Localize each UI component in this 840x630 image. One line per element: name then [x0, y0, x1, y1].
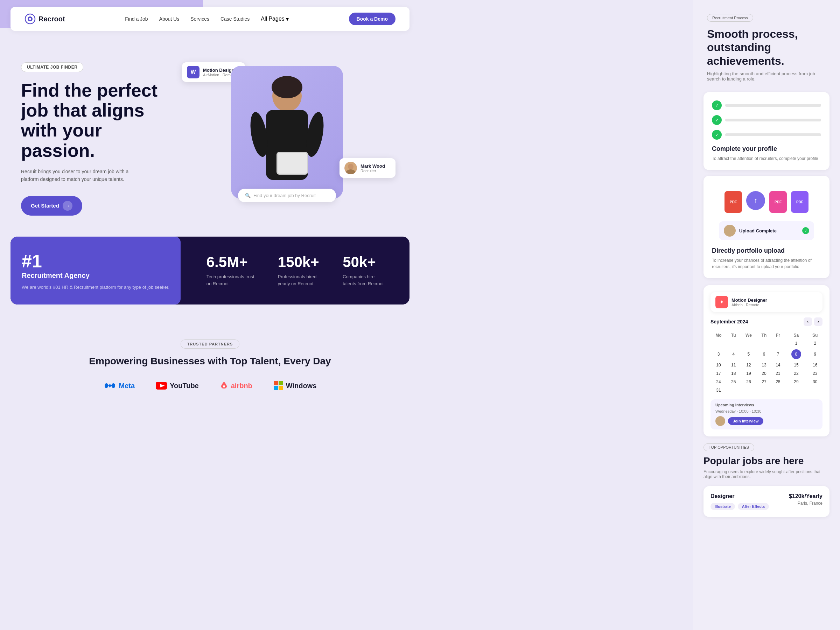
hero-section: ULTIMATE JOB FINDER Find the perfect job… — [0, 38, 420, 237]
recruiter-role: Recruiter — [360, 169, 385, 173]
svg-rect-9 — [278, 153, 307, 174]
arrow-icon: → — [63, 201, 73, 211]
partner-windows: Windows — [273, 381, 317, 391]
svg-point-11 — [348, 164, 354, 169]
nav-case-studies[interactable]: Case Studies — [221, 16, 249, 22]
hero-subtitle: Recruit brings you closer to your dream … — [21, 167, 140, 183]
hero-title: Find the perfect job that aligns with yo… — [21, 81, 175, 161]
stat-item-1: 150k+ Professionals hiredyearly on Recro… — [278, 254, 319, 287]
search-bar[interactable]: 🔍 Find your dream job by Recruit — [238, 189, 336, 202]
stat-label-0: Tech professionals truston Recroot — [207, 273, 254, 287]
partners-section: TRUSTED PARTNERS Empowering Businesses w… — [0, 319, 420, 404]
stats-items: 6.5M+ Tech professionals truston Recroot… — [181, 237, 409, 305]
get-started-button[interactable]: Get Started → — [21, 196, 82, 216]
svg-point-15 — [223, 385, 225, 387]
partner-meta: Meta — [104, 382, 135, 390]
brand-name: Recroot — [38, 15, 65, 23]
nav-all-pages[interactable]: All Pages ▾ — [261, 16, 289, 22]
recruiter-name: Mark Wood — [360, 163, 385, 169]
recruiter-avatar — [344, 162, 357, 174]
partners-title: Empowering Businesses with Top Talent, E… — [14, 355, 406, 367]
partners-badge: TRUSTED PARTNERS — [181, 339, 240, 349]
navbar: Recroot Find a Job About Us Services Cas… — [11, 7, 409, 31]
stat-label-1: Professionals hiredyearly on Recroot — [278, 273, 319, 287]
stat-number-2: 50k+ — [343, 254, 384, 270]
hero-badge: ULTIMATE JOB FINDER — [21, 62, 83, 72]
stats-highlight: #1 Recruitment Agency We are world's #01… — [11, 237, 181, 305]
nav-links: Find a Job About Us Services Case Studie… — [125, 16, 289, 22]
nav-services[interactable]: Services — [190, 16, 209, 22]
book-demo-button[interactable]: Book a Demo — [349, 13, 395, 25]
svg-point-4 — [272, 76, 302, 98]
search-placeholder: Find your dream job by Recruit — [253, 193, 316, 198]
stat-number-1: 150k+ — [278, 254, 319, 270]
svg-rect-18 — [274, 386, 278, 390]
stat-item-0: 6.5M+ Tech professionals truston Recroot — [207, 254, 254, 287]
stats-desc: We are world's #01 HR & Recruitment plat… — [22, 284, 169, 291]
svg-rect-17 — [279, 381, 283, 385]
svg-rect-16 — [274, 381, 278, 385]
search-icon: 🔍 — [245, 193, 251, 198]
nav-about-us[interactable]: About Us — [159, 16, 180, 22]
partners-logos: Meta YouTube airbnb — [14, 381, 406, 391]
hero-image — [231, 66, 343, 199]
nav-find-job[interactable]: Find a Job — [125, 16, 148, 22]
job-icon: W — [187, 66, 199, 78]
svg-point-2 — [29, 18, 31, 20]
chevron-down-icon: ▾ — [286, 16, 289, 22]
svg-rect-19 — [279, 386, 283, 390]
stats-label-rank: Recruitment Agency — [22, 272, 169, 279]
partner-airbnb: airbnb — [220, 381, 253, 391]
hero-left: ULTIMATE JOB FINDER Find the perfect job… — [21, 52, 175, 216]
partner-youtube: YouTube — [156, 382, 199, 390]
stats-section: #1 Recruitment Agency We are world's #01… — [11, 237, 409, 305]
stat-item-2: 50k+ Companies hiretalents from Recroot — [343, 254, 384, 287]
brand-logo[interactable]: Recroot — [25, 13, 65, 25]
hero-right: W Motion Designer AirMotion · Remote — [175, 52, 399, 213]
stats-number-rank: #1 — [22, 251, 169, 272]
stat-label-2: Companies hiretalents from Recroot — [343, 273, 384, 287]
stat-number-0: 6.5M+ — [207, 254, 254, 270]
recruiter-card: Mark Wood Recruiter — [339, 158, 395, 178]
